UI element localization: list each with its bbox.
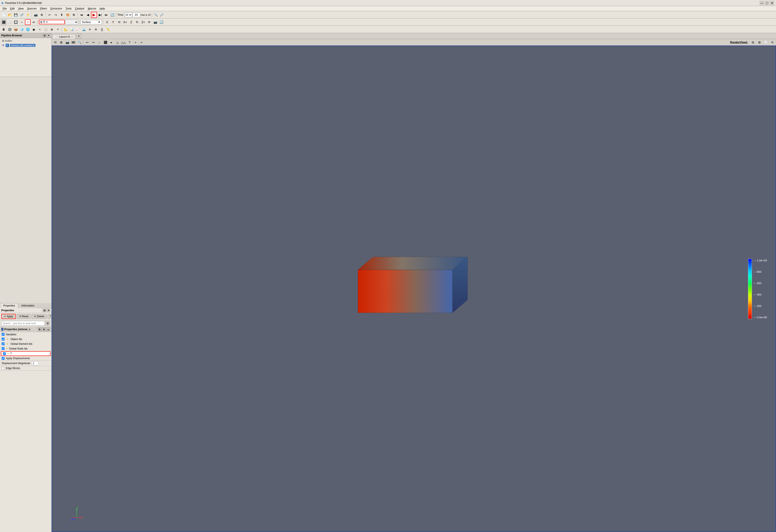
extract-button[interactable]: ⬆ bbox=[59, 12, 64, 18]
representation-button6[interactable]: ⇌ bbox=[31, 19, 37, 25]
flip-button[interactable]: ⟳ bbox=[147, 19, 152, 25]
connect-button[interactable]: 🔗 bbox=[19, 12, 24, 18]
search-input[interactable] bbox=[1, 321, 44, 326]
step-last-button[interactable]: ⏭ bbox=[104, 12, 109, 18]
render-orient9[interactable]: + bbox=[133, 40, 138, 45]
render-orient5[interactable]: ▸ bbox=[109, 40, 114, 45]
render-orient7[interactable]: △△ bbox=[121, 40, 126, 45]
variables-checkbox[interactable] bbox=[2, 333, 5, 336]
representation-button2[interactable]: ⬜ bbox=[7, 19, 12, 25]
zoom-in-button[interactable]: 🔍 bbox=[153, 12, 159, 18]
screenshot-button[interactable]: 📷 bbox=[33, 12, 38, 18]
render-orient8[interactable]: ? bbox=[127, 40, 132, 45]
extra-button1[interactable]: 🔄 bbox=[159, 19, 164, 25]
settings2-button[interactable]: ⚙ bbox=[71, 12, 76, 18]
3d-btn[interactable]: 3D bbox=[70, 40, 76, 45]
t3-btn6[interactable]: ◉ bbox=[31, 27, 37, 32]
t3-btn7[interactable]: ≈ bbox=[37, 27, 43, 32]
t3-btn1[interactable]: 🖩 bbox=[1, 27, 6, 32]
variable-dropdown[interactable]: T ▼ bbox=[39, 20, 65, 24]
tab-properties[interactable]: Properties bbox=[0, 303, 18, 308]
menu-file[interactable]: File bbox=[1, 7, 8, 11]
menu-filters[interactable]: Filters bbox=[38, 7, 49, 11]
menu-catalyst[interactable]: Catalyst bbox=[73, 7, 86, 11]
save-button[interactable]: 💾 bbox=[13, 12, 18, 18]
menu-macros[interactable]: Macros bbox=[86, 7, 98, 11]
step-forward-button[interactable]: ▶| bbox=[98, 12, 103, 18]
view-split-h[interactable]: ⊟ bbox=[750, 40, 756, 45]
view-split-v[interactable]: ⊞ bbox=[757, 40, 762, 45]
surface-dropdown[interactable]: Surface ▼ bbox=[80, 20, 102, 24]
global-element-ids-checkbox[interactable] bbox=[2, 342, 5, 345]
disconnect-button[interactable]: ⚡ bbox=[25, 12, 30, 18]
render-orient6[interactable]: △ bbox=[115, 40, 120, 45]
tab-information[interactable]: Information bbox=[18, 303, 38, 308]
help-button[interactable]: ? bbox=[47, 314, 51, 319]
step-back-button[interactable]: ◀ bbox=[85, 12, 90, 18]
titlebar-controls[interactable]: — □ ✕ bbox=[760, 1, 774, 5]
orient-x-button[interactable]: X bbox=[104, 19, 110, 25]
render-more[interactable]: » bbox=[139, 40, 144, 45]
viewport[interactable]: 1.0e+03 800 600 400 200 0.0e+00 bbox=[52, 46, 776, 532]
t3-btn11[interactable]: 📐 bbox=[63, 27, 68, 32]
menu-extractors[interactable]: Extractors bbox=[49, 7, 64, 11]
orient-z2-button[interactable]: Z+ bbox=[141, 19, 146, 25]
menu-edit[interactable]: Edit bbox=[8, 7, 16, 11]
props-minimize-btn[interactable]: ⊟ bbox=[43, 309, 46, 312]
close-button[interactable]: ✕ bbox=[770, 1, 774, 5]
menu-help[interactable]: Help bbox=[98, 7, 107, 11]
time-input[interactable] bbox=[133, 12, 140, 17]
menu-view[interactable]: View bbox=[16, 7, 25, 11]
open-button[interactable]: 📂 bbox=[7, 12, 12, 18]
section-scroll-up-btn[interactable]: ▲ bbox=[46, 327, 50, 331]
layout-tab-1[interactable]: ⬜ Layout #1 ✕ bbox=[52, 34, 75, 39]
screenshot-btn[interactable]: 📷 bbox=[64, 40, 70, 45]
t3-btn12[interactable]: 📊 bbox=[69, 27, 75, 32]
reset-button[interactable]: ↺ Reset bbox=[17, 314, 31, 319]
t-checkbox[interactable] bbox=[3, 352, 6, 355]
maximize-button[interactable]: □ bbox=[765, 1, 769, 5]
play-button[interactable]: ▶ bbox=[91, 12, 97, 18]
t3-btn9[interactable]: ⊕ bbox=[49, 27, 55, 32]
reset-camera-button[interactable]: ⟲ bbox=[116, 19, 122, 25]
section-copy-btn[interactable]: ⎘ bbox=[38, 327, 41, 331]
t3-btn5[interactable]: 🌐 bbox=[25, 27, 30, 32]
edge-blocks-checkbox[interactable] bbox=[2, 367, 5, 370]
apply-displacements-checkbox[interactable] bbox=[2, 357, 5, 360]
menu-sources[interactable]: Sources bbox=[25, 7, 38, 11]
menu-tools[interactable]: Tools bbox=[64, 7, 73, 11]
loop-button[interactable]: 🔄 bbox=[110, 12, 115, 18]
zoom-out-button[interactable]: 🔎 bbox=[159, 12, 165, 18]
pipeline-file-row[interactable]: 👁 E simvue_def_exodus.e bbox=[1, 43, 50, 48]
highlighted-toolbar-btn[interactable]: ↕ bbox=[25, 19, 30, 25]
t3-btn3[interactable]: 📦 bbox=[13, 27, 18, 32]
representation-button1[interactable]: ⬛ bbox=[1, 19, 6, 25]
t3-btn8[interactable]: ⬚ bbox=[43, 27, 49, 32]
representation-button3[interactable]: 🔲 bbox=[13, 19, 18, 25]
orient-y-button[interactable]: Y bbox=[110, 19, 116, 25]
delete-button[interactable]: ✕ Delete bbox=[32, 314, 47, 319]
colormap-button[interactable]: 🎨 bbox=[65, 12, 70, 18]
t-variable-row[interactable]: ✦ T bbox=[1, 351, 50, 356]
view-maximize[interactable]: ⬜ bbox=[763, 40, 769, 45]
t3-btn16[interactable]: ❊ bbox=[93, 27, 99, 32]
settings-button[interactable]: ⚙ bbox=[39, 12, 44, 18]
search-settings-button[interactable]: ⚙ bbox=[45, 321, 50, 326]
object-ids-checkbox[interactable] bbox=[2, 338, 5, 340]
zoom-btn[interactable]: 🔍 bbox=[76, 40, 82, 45]
pipeline-minimize-btn[interactable]: ⊟ bbox=[43, 34, 46, 37]
representation-button4[interactable]: ↔ bbox=[19, 19, 24, 25]
apply-button[interactable]: ↵ Apply bbox=[1, 314, 16, 319]
rotate-button[interactable]: ↻ bbox=[135, 19, 140, 25]
global-node-ids-checkbox[interactable] bbox=[2, 347, 5, 350]
props-close-btn[interactable]: ✕ bbox=[47, 309, 50, 312]
t3-btn10[interactable]: ⌖ bbox=[55, 27, 61, 32]
layout-tab-close[interactable]: ✕ bbox=[71, 36, 73, 38]
t3-btn2[interactable]: 🔘 bbox=[7, 27, 12, 32]
t3-btn18[interactable]: 📏 bbox=[105, 27, 111, 32]
color-map-select[interactable] bbox=[65, 20, 78, 25]
render-orient1[interactable]: ↩ bbox=[84, 40, 90, 45]
render-orient4[interactable]: ⬛ bbox=[103, 40, 108, 45]
t3-btn13[interactable]: 📈 bbox=[75, 27, 81, 32]
step-first-button[interactable]: ⏮ bbox=[79, 12, 84, 18]
